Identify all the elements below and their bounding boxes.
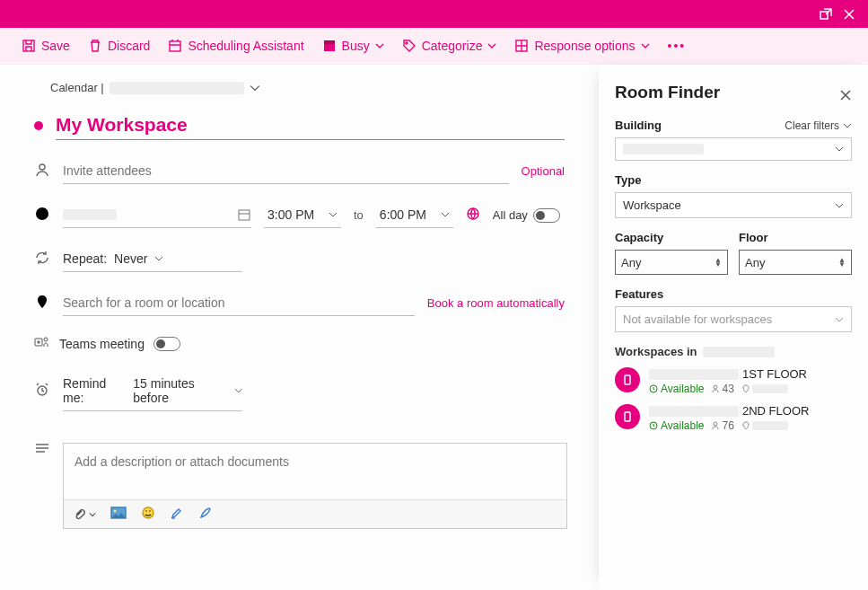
capacity-spinner[interactable]: Any ▲▼ (615, 250, 728, 275)
invite-attendees-input[interactable] (63, 158, 509, 184)
svg-rect-2 (170, 41, 180, 51)
reminder-icon (34, 382, 50, 401)
workspace-name-suffix: 1ST FLOOR (742, 367, 807, 381)
features-select[interactable]: Not available for workspaces (615, 306, 852, 332)
all-day-label: All day (493, 208, 528, 222)
svg-rect-9 (239, 210, 250, 220)
book-room-auto-link[interactable]: Book a room automatically (427, 296, 565, 310)
calendar-picker[interactable]: Calendar | (50, 81, 565, 94)
close-finder-button[interactable] (839, 86, 852, 99)
popout-button[interactable] (814, 3, 837, 26)
floor-label: Floor (739, 231, 768, 244)
capacity-label: Capacity (615, 231, 663, 244)
svg-rect-20 (625, 375, 630, 384)
workspace-capacity: 76 (722, 419, 733, 432)
calendar-owner-redacted (110, 82, 244, 94)
svg-point-5 (406, 42, 408, 44)
features-value: Not available for workspaces (623, 313, 772, 326)
workspace-result[interactable]: 2ND FLOOR Available 76 (615, 404, 852, 432)
discard-button[interactable]: Discard (88, 39, 150, 53)
busy-dropdown[interactable]: Busy (322, 39, 384, 53)
building-label: Building (615, 119, 662, 132)
reminder-label: Remind me: (63, 376, 126, 405)
svg-point-17 (143, 507, 153, 518)
teams-toggle[interactable] (153, 337, 180, 351)
type-select[interactable]: Workspace (615, 192, 852, 218)
attach-icon[interactable] (73, 507, 96, 522)
reminder-select[interactable]: Remind me: 15 minutes before (63, 371, 242, 411)
all-day-toggle[interactable] (533, 208, 560, 223)
svg-rect-1 (23, 40, 34, 51)
svg-point-22 (714, 385, 717, 389)
scheduling-button[interactable]: Scheduling Assistant (168, 39, 303, 53)
repeat-label: Repeat: (63, 251, 107, 266)
capacity-value: Any (621, 256, 641, 269)
room-finder-title: Room Finder (615, 83, 852, 102)
description-icon (34, 440, 50, 459)
workspace-available: Available (661, 419, 704, 432)
type-label: Type (615, 173, 641, 187)
svg-point-19 (149, 510, 151, 512)
start-time-select[interactable]: 3:00 PM (264, 202, 341, 228)
reminder-value: 15 minutes before (133, 376, 226, 405)
svg-point-25 (714, 422, 717, 426)
floor-value: Any (745, 256, 765, 269)
svg-rect-4 (324, 40, 335, 44)
svg-point-13 (44, 338, 48, 341)
save-button[interactable]: Save (22, 39, 70, 53)
calendar-prefix: Calendar | (50, 81, 104, 94)
workspace-icon (615, 367, 640, 392)
features-label: Features (615, 287, 663, 301)
repeat-select[interactable]: Repeat: Never (63, 246, 242, 272)
save-label: Save (41, 39, 70, 53)
location-input[interactable] (63, 290, 415, 316)
floor-spinner[interactable]: Any ▲▼ (739, 250, 852, 275)
svg-point-18 (145, 510, 147, 512)
end-time-value: 6:00 PM (380, 207, 426, 222)
workspace-capacity: 43 (722, 383, 733, 395)
highlight-icon[interactable] (170, 506, 184, 523)
discard-label: Discard (108, 39, 150, 53)
optional-attendees-link[interactable]: Optional (522, 164, 565, 178)
workspace-result[interactable]: 1ST FLOOR Available 43 (615, 367, 852, 395)
to-label: to (354, 208, 364, 222)
clock-icon (34, 206, 50, 225)
svg-point-11 (40, 298, 44, 302)
svg-point-7 (39, 164, 45, 170)
svg-rect-23 (625, 412, 630, 421)
event-title-input[interactable] (56, 110, 565, 140)
clear-filters-link[interactable]: Clear filters (785, 119, 852, 132)
workspaces-header: Workspaces in (615, 345, 852, 358)
response-dropdown[interactable]: Response options (514, 39, 649, 53)
more-button[interactable]: ••• (668, 39, 687, 53)
description-box: Add a description or attach documents (63, 443, 567, 529)
picture-icon[interactable] (110, 506, 127, 522)
ink-icon[interactable] (198, 506, 213, 523)
description-textarea[interactable]: Add a description or attach documents (64, 444, 566, 499)
categorize-dropdown[interactable]: Categorize (402, 39, 497, 53)
workspace-icon (615, 404, 640, 429)
categorize-label: Categorize (422, 39, 483, 53)
scheduling-label: Scheduling Assistant (188, 39, 303, 53)
person-icon (34, 162, 50, 181)
teams-label: Teams meeting (59, 337, 145, 351)
event-color-bullet[interactable] (34, 121, 43, 130)
response-label: Response options (534, 39, 635, 53)
workspace-name-suffix: 2ND FLOOR (742, 404, 809, 418)
teams-icon (34, 334, 50, 353)
repeat-icon (34, 250, 50, 269)
type-value: Workspace (623, 198, 681, 212)
close-window-button[interactable] (837, 3, 861, 26)
repeat-value: Never (114, 251, 147, 266)
timezone-icon[interactable] (466, 207, 480, 224)
workspace-available: Available (661, 383, 704, 395)
busy-label: Busy (342, 39, 370, 53)
date-picker[interactable] (63, 202, 251, 228)
location-icon (34, 294, 50, 313)
emoji-icon[interactable] (141, 506, 155, 523)
building-select[interactable] (615, 137, 852, 161)
svg-point-16 (114, 510, 117, 513)
end-time-select[interactable]: 6:00 PM (376, 202, 453, 228)
start-time-value: 3:00 PM (267, 207, 314, 222)
